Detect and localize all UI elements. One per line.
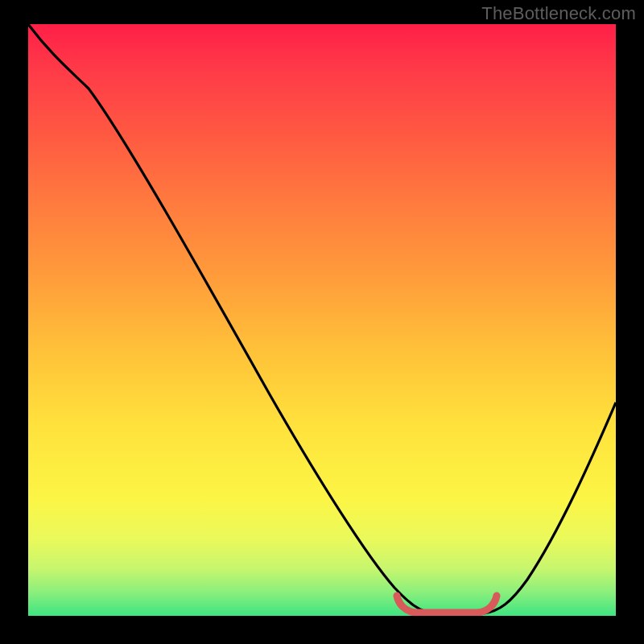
plot-area xyxy=(28,24,616,616)
bottleneck-curve-line xyxy=(28,24,616,613)
chart-frame: TheBottleneck.com xyxy=(0,0,644,644)
curve-layer xyxy=(28,24,616,616)
watermark-text: TheBottleneck.com xyxy=(481,3,636,24)
